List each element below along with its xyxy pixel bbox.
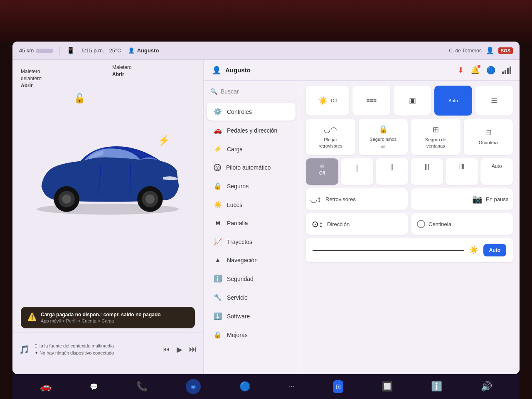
abrir-delantero[interactable]: Abrir — [21, 82, 42, 89]
media-line1: Elija la fuente del contenido multimedia — [34, 342, 158, 350]
prev-track-icon[interactable]: ⏮ — [163, 345, 170, 354]
wiper-speed1-icon: | — [356, 163, 358, 172]
plegar-retrovisores-button[interactable]: ◡◠ Plegarretrovisores — [306, 119, 355, 155]
notification-icon[interactable]: 🔔 — [470, 66, 480, 75]
nav-menu: 🔍 Buscar ⚙️ Controles 🚗 Pedales y direcc… — [204, 81, 299, 374]
abrir-maletero[interactable]: Abrir — [112, 71, 132, 78]
sidebar-item-trayectos[interactable]: 📈 Trayectos — [207, 233, 296, 251]
search-bar[interactable]: 🔍 Buscar — [204, 85, 299, 101]
seguro-ventanas-button[interactable]: ⊞ Seguro deventanas — [411, 119, 461, 155]
wipers-4-button[interactable]: |||| — [446, 158, 478, 185]
taskbar-phone-icon[interactable]: 📞 — [136, 381, 148, 392]
taskbar-info-icon[interactable]: ℹ️ — [431, 381, 442, 392]
retrovisores-button[interactable]: ◡↕ Retrovisores — [306, 188, 408, 210]
sidebar-item-mejoras[interactable]: 🔒 Mejoras — [207, 326, 296, 344]
navegacion-label: Navegación — [227, 257, 258, 264]
sidebar-item-controles[interactable]: ⚙️ Controles — [207, 103, 296, 121]
wipers-off-button[interactable]: ◎ Off — [306, 158, 338, 185]
sidebar-item-pantalla[interactable]: 🖥 Pantalla — [207, 214, 296, 232]
media-controls[interactable]: ⏮ ▶ ⏭ — [163, 345, 197, 354]
guantera-button[interactable]: 🖥 Guantera — [464, 119, 513, 155]
menu-icon: ☰ — [491, 96, 498, 105]
right-panel: 👤 Augusto ⬇ 🔔 🔵 — [204, 60, 520, 374]
taskbar-chat-icon[interactable]: 💬 — [90, 383, 98, 391]
centinela-label: Centinela — [429, 221, 451, 227]
wiper-speed4-icon: |||| — [459, 163, 464, 169]
sidebar-item-luces[interactable]: ☀️ Luces — [207, 196, 296, 214]
centinela-button[interactable]: Centinela — [411, 213, 513, 235]
search-placeholder: Buscar — [221, 88, 239, 95]
left-panel: Maletero delantero Abrir Maletero Abrir … — [12, 60, 204, 374]
sidebar-item-piloto[interactable]: ◎ Piloto automático — [207, 159, 296, 176]
header-username: Augusto — [137, 47, 159, 54]
taskbar-camera-icon[interactable]: ◉ — [186, 379, 201, 394]
lights-control-row: ☀️ Off ≡≡≡ ▣ Auto ☰ — [306, 86, 513, 116]
signal-bar-3 — [507, 68, 509, 74]
steering-button[interactable]: ⊙↕ Dirección — [306, 213, 408, 235]
taskbar-grid-icon[interactable]: ⊞ — [333, 380, 343, 393]
seguros-icon: 🔒 — [214, 182, 222, 190]
taskbar-dots-icon[interactable]: ··· — [289, 383, 294, 390]
sos-badge[interactable]: SOS — [498, 47, 513, 54]
km-value: 45 km — [19, 47, 34, 54]
wipers-1-button[interactable]: | — [341, 158, 373, 185]
search-icon: 🔍 — [210, 88, 217, 95]
lock-child-icon: 🔒 — [379, 125, 388, 134]
retrovisores-label: Retrovisores — [325, 196, 356, 202]
label-maletero-group: Maletero Abrir — [112, 64, 132, 78]
window-lock-icon: ⊞ — [433, 125, 439, 134]
seguro-ninos-label: Seguro niños — [369, 136, 397, 142]
next-track-icon[interactable]: ⏭ — [189, 345, 197, 354]
play-icon[interactable]: ▶ — [177, 345, 182, 354]
pantalla-label: Pantalla — [227, 220, 248, 227]
sidebar-item-carga[interactable]: ⚡ Carga — [207, 140, 296, 158]
sidebar-item-seguros[interactable]: 🔒 Seguros — [207, 177, 296, 195]
divider-1 — [59, 47, 60, 55]
pedales-label: Pedales y dirección — [227, 127, 277, 134]
wiper-speed2-icon: || — [390, 163, 394, 171]
sidebar-item-pedales[interactable]: 🚗 Pedales y dirección — [207, 121, 296, 139]
carga-icon: ⚡ — [214, 145, 222, 153]
sidebar-item-navegacion[interactable]: ▲ Navegación — [207, 251, 296, 269]
time-info: 5:15 p.m. 25°C — [81, 47, 121, 54]
seguro-ninos-button[interactable]: 🔒 Seguro niños off — [359, 119, 408, 155]
mejoras-label: Mejoras — [227, 332, 248, 338]
wipers-2-button[interactable]: || — [376, 158, 408, 185]
brightness-slider[interactable] — [313, 250, 464, 251]
wipers-row: ◎ Off | || ||| |||| — [306, 158, 513, 185]
download-icon[interactable]: ⬇ — [458, 66, 464, 75]
software-icon: ⬇️ — [214, 312, 222, 320]
eco-button[interactable]: ≡≡≡ — [352, 86, 390, 116]
brightness-auto-button[interactable]: Auto — [483, 244, 506, 256]
lights-off-button[interactable]: ☀️ Off — [306, 86, 349, 116]
wipers-3-button[interactable]: ||| — [411, 158, 443, 185]
user-header: 👤 Augusto ⬇ 🔔 🔵 — [204, 60, 520, 81]
media-player: 🎵 Elija la fuente del contenido multimed… — [12, 332, 203, 366]
wipers-auto-button[interactable]: Auto — [480, 158, 513, 185]
maletero-text: Maletero — [112, 64, 132, 71]
taskbar-bluetooth-icon[interactable]: 🔵 — [239, 381, 251, 392]
taskbar-volume-icon[interactable]: 🔊 — [481, 381, 492, 392]
menu-button[interactable]: ☰ — [475, 86, 513, 116]
brightness-row: ☀️ Auto — [306, 238, 513, 262]
taskbar-car-icon[interactable]: 🚗 — [40, 381, 51, 392]
time-value: 5:15 p.m. — [81, 47, 104, 54]
mejoras-icon: 🔒 — [214, 331, 222, 339]
auto-button[interactable]: Auto — [434, 86, 472, 116]
carga-label: Carga — [227, 146, 243, 153]
svg-point-6 — [145, 195, 155, 204]
taskbar-square-icon[interactable]: 🔲 — [382, 381, 393, 392]
sidebar-item-servicio[interactable]: 🔧 Servicio — [207, 288, 296, 306]
camera-icon: 📷 — [472, 194, 483, 204]
plegar-label: Plegarretrovisores — [319, 137, 342, 149]
display-button[interactable]: ▣ — [394, 86, 431, 116]
steering-row: ⊙↕ Dirección Centinela — [306, 213, 513, 235]
en-pausa-button[interactable]: 📷 En pausa — [411, 188, 513, 210]
sidebar-item-software[interactable]: ⬇️ Software — [207, 307, 296, 325]
seguridad-icon: ℹ️ — [214, 275, 222, 283]
auto-label: Auto — [448, 98, 458, 103]
servicio-icon: 🔧 — [214, 293, 222, 301]
bluetooth-icon[interactable]: 🔵 — [486, 66, 495, 75]
sidebar-item-seguridad[interactable]: ℹ️ Seguridad — [207, 270, 296, 288]
user-icon-header: 👤 — [128, 47, 135, 54]
